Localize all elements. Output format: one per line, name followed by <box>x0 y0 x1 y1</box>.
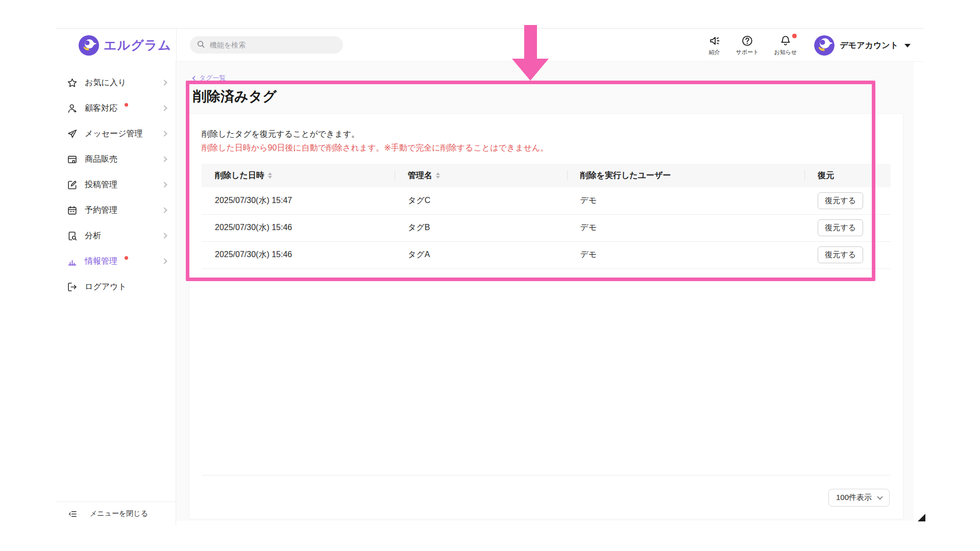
sidebar-item-label: お気に入り <box>85 78 126 88</box>
notification-dot <box>125 103 128 107</box>
cell-deleted-by: デモ <box>567 187 805 214</box>
sidebar-item-label: 分析 <box>85 231 101 241</box>
account-name: デモアカウント <box>840 40 898 51</box>
star-icon <box>67 78 78 88</box>
person-icon <box>67 103 78 114</box>
description-text: 削除したタグを復元することができます。 <box>202 127 891 141</box>
column-header-restore: 復元 <box>804 164 891 187</box>
deleted-tags-card: 削除したタグを復元することができます。 削除した日時から90日後に自動で削除され… <box>189 113 903 519</box>
sidebar-item-label: 投稿管理 <box>85 180 117 190</box>
cell-deleted-by: デモ <box>567 241 805 268</box>
logout-icon <box>67 282 78 292</box>
column-label: 削除した日時 <box>215 170 264 181</box>
send-icon <box>67 129 78 139</box>
report-icon <box>67 231 78 241</box>
table-row: 2025/07/30(水) 15:47 タグC デモ 復元する <box>202 187 891 214</box>
warning-text: 削除した日時から90日後に自動で削除されます。※手動で完全に削除することはできま… <box>202 141 891 155</box>
page: エルグラム <box>0 0 980 551</box>
chevron-right-icon <box>161 182 167 187</box>
sidebar-item-reservation-management[interactable]: 予約管理 <box>56 197 176 223</box>
avatar <box>814 35 835 56</box>
megaphone-icon <box>708 35 721 47</box>
notifications-button[interactable]: お知らせ <box>774 34 797 56</box>
top-bar: エルグラム <box>56 29 924 62</box>
sidebar-item-customer-support[interactable]: 顧客対応 <box>56 95 176 121</box>
collapse-menu-label: メニューを閉じる <box>90 509 148 518</box>
sidebar-item-message-management[interactable]: メッセージ管理 <box>56 121 176 146</box>
sidebar-item-label: 顧客対応 <box>85 103 117 114</box>
action-label: お知らせ <box>774 48 797 56</box>
chevron-right-icon <box>161 80 167 85</box>
app-body: お気に入り 顧客対応 <box>56 62 924 525</box>
sidebar-item-label: 商品販売 <box>85 154 117 165</box>
table-header-row: 削除した日時 管理名 <box>202 164 891 187</box>
chevron-down-icon <box>904 44 911 47</box>
notification-badge <box>792 34 797 38</box>
app-window: エルグラム <box>56 28 924 525</box>
sort-icon <box>436 172 440 179</box>
spacer <box>202 269 891 475</box>
sort-icon <box>268 172 272 179</box>
app-logo[interactable]: エルグラム <box>56 29 176 62</box>
support-button[interactable]: サポート <box>736 34 759 56</box>
chevron-right-icon <box>161 207 167 213</box>
restore-button[interactable]: 復元する <box>818 219 863 236</box>
shop-icon <box>67 154 78 165</box>
sidebar-item-label: 情報管理 <box>85 256 117 267</box>
sidebar-item-label: ログアウト <box>85 282 127 292</box>
bar-chart-icon <box>67 256 78 267</box>
column-header-name[interactable]: 管理名 <box>395 164 567 187</box>
sidebar: お気に入り 顧客対応 <box>56 62 176 525</box>
search-icon <box>197 40 205 51</box>
calendar-icon <box>67 205 78 216</box>
chevron-right-icon <box>161 233 167 238</box>
sidebar-item-information-management[interactable]: 情報管理 <box>56 248 176 274</box>
chevron-left-icon <box>192 76 198 81</box>
header-main: 紹介 サポート <box>176 29 924 62</box>
sidebar-item-label: メッセージ管理 <box>85 129 143 139</box>
page-title: 削除済みタグ <box>193 87 903 106</box>
cell-tag-name: タグA <box>395 241 567 268</box>
cell-deleted-at: 2025/07/30(水) 15:46 <box>202 214 395 241</box>
chevron-right-icon <box>161 258 167 264</box>
cell-deleted-at: 2025/07/30(水) 15:46 <box>202 241 395 268</box>
card-footer: 100件表示 <box>202 475 891 519</box>
logo-bird-icon <box>79 35 99 56</box>
cell-tag-name: タグB <box>395 214 567 241</box>
page-size-select[interactable]: 100件表示 <box>828 489 890 507</box>
account-menu[interactable]: デモアカウント <box>814 34 911 56</box>
restore-button[interactable]: 復元する <box>818 246 863 263</box>
search-box[interactable] <box>190 36 343 54</box>
page-size-label: 100件表示 <box>836 493 872 503</box>
sidebar-item-analytics[interactable]: 分析 <box>56 223 176 248</box>
main-area: タグ一覧 削除済みタグ 削除したタグを復元することができます。 削除した日時から… <box>176 62 924 525</box>
deleted-tags-table: 削除した日時 管理名 <box>202 164 891 269</box>
logo-text: エルグラム <box>104 37 172 54</box>
sidebar-item-label: 予約管理 <box>85 205 117 216</box>
intro-button[interactable]: 紹介 <box>708 34 721 56</box>
action-label: 紹介 <box>709 48 720 56</box>
breadcrumb-back-link[interactable]: タグ一覧 <box>193 73 226 83</box>
resize-handle-icon <box>918 514 925 521</box>
cell-tag-name: タグC <box>395 187 567 214</box>
action-label: サポート <box>736 48 759 56</box>
help-icon <box>741 35 753 47</box>
column-header-deleted-at[interactable]: 削除した日時 <box>202 164 395 187</box>
table-row: 2025/07/30(水) 15:46 タグB デモ 復元する <box>202 214 891 241</box>
column-header-deleted-by: 削除を実行したユーザー <box>567 164 805 187</box>
sidebar-item-product-sales[interactable]: 商品販売 <box>56 146 176 172</box>
collapse-menu-button[interactable]: メニューを閉じる <box>56 502 176 525</box>
collapse-menu-icon <box>68 509 78 519</box>
sidebar-item-logout[interactable]: ログアウト <box>56 274 176 299</box>
notification-dot <box>125 256 128 260</box>
restore-button[interactable]: 復元する <box>818 192 863 209</box>
sidebar-item-post-management[interactable]: 投稿管理 <box>56 172 176 197</box>
main-surface: タグ一覧 削除済みタグ 削除したタグを復元することができます。 削除した日時から… <box>176 62 914 521</box>
chevron-down-icon <box>877 494 883 499</box>
search-input[interactable] <box>210 41 336 49</box>
sidebar-item-favorites[interactable]: お気に入り <box>56 70 176 95</box>
header-actions: 紹介 サポート <box>708 34 911 56</box>
table-row: 2025/07/30(水) 15:46 タグA デモ 復元する <box>202 241 891 268</box>
cell-deleted-by: デモ <box>567 214 805 241</box>
breadcrumb-label: タグ一覧 <box>199 73 226 83</box>
